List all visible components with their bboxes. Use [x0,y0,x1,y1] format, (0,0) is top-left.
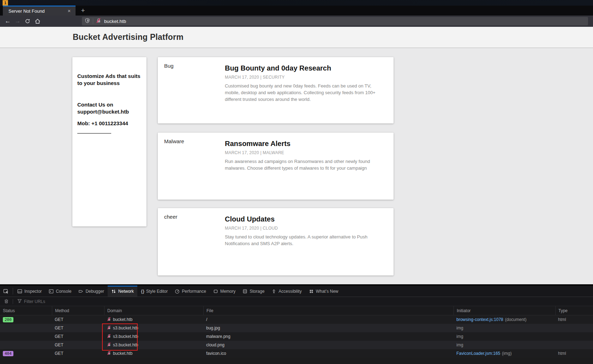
tab-memory[interactable]: Memory [210,286,239,297]
initiator-cell: FaviconLoader.jsm:165 (img) [454,349,555,358]
navigation-toolbar: ← → [0,16,593,27]
method-cell: GET [52,332,104,341]
insecure-lock-icon [107,317,111,322]
screen: 1 Server Not Found × + ← → Bucket Advert… [0,0,593,364]
file-cell: favicon.ico [203,349,454,358]
ad-body: Stay tuned to cloud technology updates. … [225,234,387,247]
type-cell [555,341,593,349]
column-header-method[interactable]: Method [52,306,104,315]
sidebar-mobile: Mob: +1 0011223344 [77,120,142,127]
tab-label: What’s New [316,289,339,294]
tab-performance[interactable]: Performance [171,286,210,297]
storage-icon [242,289,247,294]
insecure-lock-icon[interactable] [96,18,101,25]
tab-whats-new[interactable]: What’s New [305,286,342,297]
home-button[interactable] [32,17,42,26]
network-row[interactable]: GET s3.bucket.htb cloud.png img [0,341,593,349]
network-request-list: 200 GET bucket.htb / browsing-context.js… [0,315,593,358]
network-row[interactable]: 404 GET bucket.htb favicon.ico FaviconLo… [0,349,593,358]
tab-label: Network [118,289,134,294]
tab-network[interactable]: Network [108,286,137,297]
page-title: Bucket Advertising Platform [73,32,184,42]
home-icon [35,18,41,24]
pick-element-icon [3,289,9,294]
file-cell: bug.jpg [203,324,454,332]
window-top-strip [0,0,593,6]
network-row[interactable]: GET s3.bucket.htb bug.jpg img [0,324,593,332]
broken-image-alt: Bug [164,63,174,69]
method-cell: GET [52,315,104,324]
type-cell: html [555,315,593,324]
back-button[interactable]: ← [3,17,13,26]
type-cell [555,332,593,341]
tab-style-editor[interactable]: { } Style Editor [137,286,171,297]
trash-icon [4,298,9,305]
network-row[interactable]: 200 GET bucket.htb / browsing-context.js… [0,315,593,324]
tab-label: Memory [220,289,235,294]
sidebar-card: Customize Ads that suits to your busines… [72,57,146,226]
sidebar-contact: Contact Us on support@bucket.htb [77,101,142,115]
type-cell: html [555,349,593,358]
performance-icon [175,289,180,294]
debugger-icon [78,289,83,294]
initiator-link[interactable]: browsing-context.js:1078 [456,317,503,322]
file-cell: malware.png [203,332,454,341]
tab-label: Inspector [24,289,42,294]
tab-storage[interactable]: Storage [239,286,268,297]
devtools-panel: Inspector Console Debugger Network { } S… [0,284,593,364]
reload-button[interactable] [23,17,32,26]
clear-requests-button[interactable] [0,298,13,305]
devtools-separator [13,288,13,295]
column-header-file[interactable]: File [203,306,454,315]
column-header-domain[interactable]: Domain [104,306,203,315]
filter-urls-input[interactable] [24,299,593,304]
toolbar-separator [13,299,13,304]
browser-tab[interactable]: Server Not Found × [3,6,76,16]
pick-element-button[interactable] [0,286,12,297]
column-header-status[interactable]: Status [0,306,52,315]
inspector-icon [17,289,22,294]
ad-title: Bug Bounty and 0day Research [225,64,387,72]
ad-body: Run awareness ad campaigns on Ransomware… [225,158,387,172]
initiator-note: (img) [502,351,511,356]
network-row[interactable]: GET s3.bucket.htb malware.png img [0,332,593,341]
sidebar-divider [77,133,111,134]
method-cell: GET [52,349,104,358]
urlbar-separator [93,18,93,24]
tab-inspector[interactable]: Inspector [14,286,45,297]
forward-button[interactable]: → [13,17,23,26]
tab-close-icon[interactable]: × [66,7,73,14]
file-cell: / [203,315,454,324]
initiator-cell: img [454,341,555,349]
tab-label: Console [56,289,71,294]
tab-accessibility[interactable]: Accessibility [268,286,305,297]
web-page: Bucket Advertising Platform Customize Ad… [0,27,593,284]
method-cell: GET [52,341,104,349]
tab-label: Style Editor [146,289,168,294]
new-tab-button[interactable]: + [78,6,88,15]
ad-body: Customised bug bounty and new 0day feeds… [225,83,387,103]
shield-icon[interactable] [85,18,90,25]
broken-image-alt: Malware [164,138,184,144]
tab-console[interactable]: Console [45,286,75,297]
tab-debugger[interactable]: Debugger [75,286,108,297]
domain-cell: bucket.htb [104,315,203,324]
broken-image-alt: cheer [164,214,178,220]
initiator-cell: img [454,332,555,341]
method-cell: GET [52,324,104,332]
accessibility-icon [271,289,276,294]
tab-label: Debugger [85,289,104,294]
initiator-link[interactable]: FaviconLoader.jsm:165 [456,351,500,356]
url-bar[interactable] [82,17,588,25]
tab-label: Storage [250,289,264,294]
insecure-lock-icon [107,351,111,356]
initiator-cell: browsing-context.js:1078 (document) [454,315,555,324]
url-input[interactable] [104,19,585,24]
column-header-initiator[interactable]: Initiator [454,306,555,315]
tab-title: Server Not Found [8,8,66,14]
ad-title: Ransomware Alerts [225,140,387,148]
initiator-note: (document) [505,317,527,322]
column-header-type[interactable]: Type [555,306,593,315]
style-editor-icon: { } [141,289,144,294]
reload-icon [25,18,30,24]
